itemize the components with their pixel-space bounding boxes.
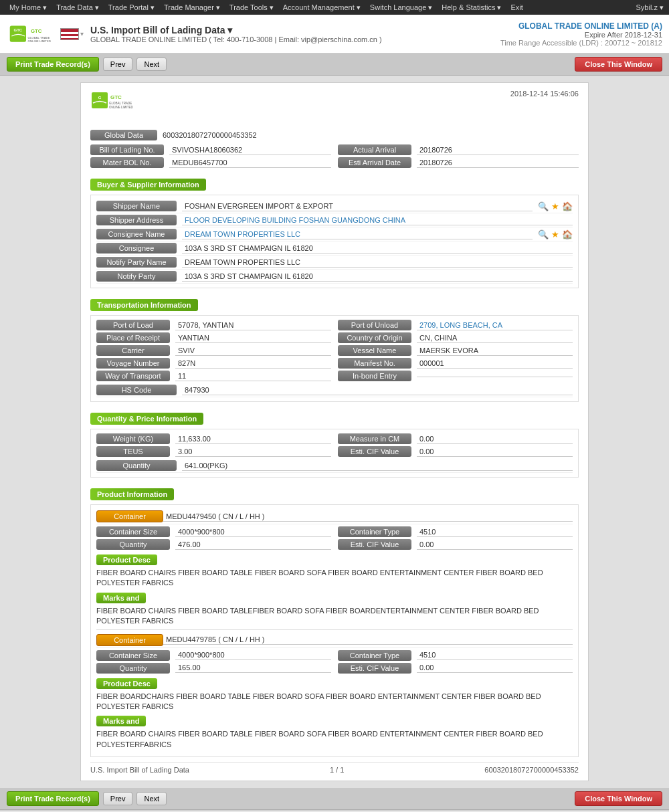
c2-size-col: Container Size 4000*900*800 xyxy=(96,650,331,661)
way-transport-col: Way of Transport 11 xyxy=(96,371,331,381)
measure-col: Measure in CM 0.00 xyxy=(338,433,573,444)
esti-arrival-label: Esti Arrival Date xyxy=(338,157,411,168)
quantity-value: 641.00(PKG) xyxy=(182,461,573,471)
port-unload-col: Port of Unload 2709, LONG BEACH, CA xyxy=(338,320,573,330)
c1-size-value: 4000*900*800 xyxy=(175,527,331,537)
carrier-vessel-row: Carrier SVIV Vessel Name MAERSK EVORA xyxy=(96,345,573,356)
logo: GTC GTC GLOBAL TRADE ONLINE LIMITED xyxy=(7,19,54,49)
prev-button-top[interactable]: Prev xyxy=(103,58,133,71)
country-origin-value: CN, CHINA xyxy=(417,333,573,343)
nav-trade-manager[interactable]: Trade Manager ▾ xyxy=(160,2,224,13)
container1-qty-cif-row: Quantity 476.00 Esti. CIF Value 0.00 xyxy=(96,539,573,550)
print-button-bottom[interactable]: Print Trade Record(s) xyxy=(7,791,99,806)
port-load-col: Port of Load 57078, YANTIAN xyxy=(96,320,331,330)
doc-footer: U.S. Import Bill of Lading Data 1 / 1 60… xyxy=(90,763,579,774)
container1-button[interactable]: Container xyxy=(96,510,163,522)
c2-cif-label: Esti. CIF Value xyxy=(338,663,411,674)
nav-trade-data[interactable]: Trade Data ▾ xyxy=(52,2,103,13)
container2-block: Container MEDU4479785 ( CN / L / HH ) Co… xyxy=(96,633,573,750)
prev-button-bottom[interactable]: Prev xyxy=(103,792,133,805)
doc-footer-title: U.S. Import Bill of Lading Data xyxy=(90,766,189,774)
doc-logo: G GTC GLOBAL TRADE ONLINE LIMITED xyxy=(90,90,144,122)
svg-text:G: G xyxy=(98,96,102,100)
place-receipt-value: YANTIAN xyxy=(175,333,331,343)
carrier-label: Carrier xyxy=(96,345,170,356)
c1-type-label: Container Type xyxy=(338,526,411,537)
c2-type-value: 4510 xyxy=(417,650,573,660)
c1-qty-col: Quantity 476.00 xyxy=(96,539,331,550)
c2-cif-value: 0.00 xyxy=(417,663,573,673)
nav-account-management[interactable]: Account Management ▾ xyxy=(279,2,365,13)
print-button-top[interactable]: Print Trade Record(s) xyxy=(7,57,99,72)
voyage-value: 827N xyxy=(175,359,331,369)
nav-my-home[interactable]: My Home ▾ xyxy=(5,2,51,13)
hs-code-row: HS Code 847930 xyxy=(96,383,573,397)
vessel-name-value: MAERSK EVORA xyxy=(417,346,573,356)
measure-value: 0.00 xyxy=(417,434,573,444)
consignee-star-icon[interactable]: ★ xyxy=(551,229,559,239)
nav-switch-language[interactable]: Switch Language ▾ xyxy=(366,2,436,13)
next-button-top[interactable]: Next xyxy=(136,58,167,71)
page-title: U.S. Import Bill of Lading Data ▾ xyxy=(90,25,500,35)
buyer-supplier-header: Buyer & Supplier Information xyxy=(90,179,206,191)
master-bol-label: Mater BOL No. xyxy=(90,157,164,168)
way-transport-label: Way of Transport xyxy=(96,371,170,381)
bottom-toolbar: Print Trade Record(s) Prev Next Close Th… xyxy=(0,788,669,810)
nav-exit[interactable]: Exit xyxy=(506,2,527,13)
sub-title: GLOBAL TRADE ONLINE LIMITED ( Tel: 400-7… xyxy=(90,35,500,43)
shipper-search-icon[interactable]: 🔍 xyxy=(538,201,549,211)
container1-row: Container MEDU4479450 ( CN / L / HH ) xyxy=(96,509,573,524)
next-button-bottom[interactable]: Next xyxy=(136,792,167,805)
content-area: G GTC GLOBAL TRADE ONLINE LIMITED 2018-1… xyxy=(0,76,669,788)
container2-row: Container MEDU4479785 ( CN / L / HH ) xyxy=(96,633,573,648)
manifest-label: Manifest No. xyxy=(338,358,411,369)
product-header: Product Information xyxy=(90,488,174,500)
country-origin-label: Country of Origin xyxy=(338,332,411,343)
document-card: G GTC GLOBAL TRADE ONLINE LIMITED 2018-1… xyxy=(80,82,589,781)
shipper-name-label: Shipper Name xyxy=(96,201,177,211)
c2-qty-col: Quantity 165.00 xyxy=(96,663,331,674)
c1-cif-label: Esti. CIF Value xyxy=(338,539,411,550)
nav-help-statistics[interactable]: Help & Statistics ▾ xyxy=(438,2,505,13)
transport-block: Port of Load 57078, YANTIAN Port of Unlo… xyxy=(90,315,579,402)
nav-user[interactable]: Sybil.z ▾ xyxy=(636,3,664,12)
c2-marks-text: FIBER BOARD CHAIRS FIBER BOARD TABLE FIB… xyxy=(96,729,573,750)
c1-prod-desc-label: Product Desc xyxy=(96,554,157,565)
shipper-star-icon[interactable]: ★ xyxy=(551,201,559,211)
svg-text:GLOBAL TRADE: GLOBAL TRADE xyxy=(27,35,50,39)
hs-code-label: HS Code xyxy=(96,385,177,395)
consignee-search-icon[interactable]: 🔍 xyxy=(538,229,549,239)
close-button-bottom[interactable]: Close This Window xyxy=(575,791,662,806)
consignee-name-value: DREAM TOWN PROPERTIES LLC xyxy=(182,229,533,239)
flag-area: ▾ xyxy=(60,28,84,40)
shipper-home-icon[interactable]: 🏠 xyxy=(562,201,573,211)
product-section: Product Information Container MEDU447945… xyxy=(90,483,579,757)
close-button-top[interactable]: Close This Window xyxy=(575,57,662,72)
expire-date: Expire After 2018-12-31 xyxy=(500,31,662,39)
teus-col: TEUS 3.00 xyxy=(96,446,331,457)
global-data-value: 60032018072700000453352 xyxy=(163,131,257,139)
port-unload-value: 2709, LONG BEACH, CA xyxy=(417,320,573,330)
shipper-name-field: FOSHAN EVERGREEN IMPORT & EXPORT 🔍 ★ 🏠 xyxy=(182,201,573,211)
doc-header: G GTC GLOBAL TRADE ONLINE LIMITED 2018-1… xyxy=(90,90,579,122)
quantity-block: Weight (KG) 11,633.00 Measure in CM 0.00… xyxy=(90,429,579,478)
consignee-label: Consignee xyxy=(96,243,177,253)
svg-text:GTC: GTC xyxy=(13,28,22,32)
global-data-row: Global Data 60032018072700000453352 xyxy=(90,128,579,142)
bol-value: SVIVOSHA18060362 xyxy=(169,145,331,155)
doc-footer-page: 1 / 1 xyxy=(330,766,344,774)
c2-size-label: Container Size xyxy=(96,650,170,661)
inbond-col: In-bond Entry xyxy=(338,371,573,381)
time-range: Time Range Accessible (LDR) : 200712 ~ 2… xyxy=(500,39,662,47)
measure-label: Measure in CM xyxy=(338,433,411,444)
consignee-home-icon[interactable]: 🏠 xyxy=(562,229,573,239)
teus-label: TEUS xyxy=(96,446,170,457)
manifest-col: Manifest No. 000001 xyxy=(338,358,573,369)
actual-arrival-label: Actual Arrival xyxy=(338,144,411,155)
nav-trade-portal[interactable]: Trade Portal ▾ xyxy=(104,2,159,13)
container2-button[interactable]: Container xyxy=(96,634,163,646)
title-area: U.S. Import Bill of Lading Data ▾ GLOBAL… xyxy=(90,25,500,43)
nav-trade-tools[interactable]: Trade Tools ▾ xyxy=(225,2,278,13)
vessel-name-col: Vessel Name MAERSK EVORA xyxy=(338,345,573,356)
bol-label: Bill of Lading No. xyxy=(90,144,164,155)
